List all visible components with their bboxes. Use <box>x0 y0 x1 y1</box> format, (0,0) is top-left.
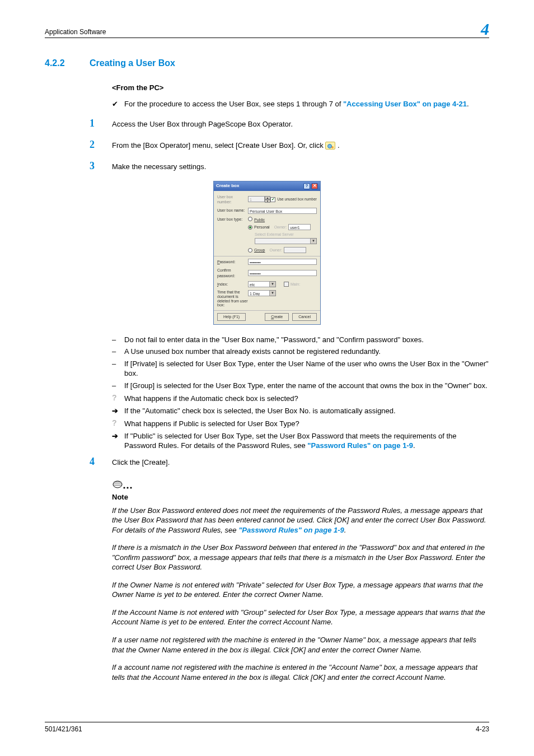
step-number: 4 <box>90 456 112 466</box>
step-2: 2 From the [Box Operator] menu, select [… <box>112 141 489 151</box>
create-box-dialog: Create box ? ✕ User box number: 1 ▲▼ ✔ U… <box>213 181 321 325</box>
step-text: From the [Box Operator] menu, select [Cr… <box>112 141 489 151</box>
delete-time-select[interactable]: 1 Day <box>248 290 270 296</box>
step-number: 2 <box>90 139 112 150</box>
create-box-icon <box>325 142 335 150</box>
dialog-titlebar: Create box ? ✕ <box>214 181 320 191</box>
label-userbox-number: User box number: <box>217 194 248 205</box>
label-password: Password: <box>217 259 248 264</box>
page-footer: 501/421/361 4-23 <box>45 722 489 734</box>
cancel-button[interactable]: Cancel <box>292 313 317 320</box>
radio-personal[interactable] <box>248 225 252 230</box>
arrow-icon: ➔ <box>112 406 124 416</box>
label-main: Main: <box>291 282 300 287</box>
note-answer: If the "Automatic" check box is selected… <box>124 406 489 416</box>
close-icon[interactable]: ✕ <box>311 183 318 189</box>
note-paragraph: If a user name not registered with the m… <box>112 635 489 655</box>
section-number: 4.2.2 <box>45 57 90 69</box>
label-index: Index: <box>217 282 248 287</box>
note-paragraph: If the User Box Password entered does no… <box>112 506 489 535</box>
step-text: Click the [Create]. <box>112 458 489 468</box>
chevron-down-icon[interactable]: ▼ <box>311 238 317 244</box>
svg-point-5 <box>127 487 128 488</box>
question-icon: ? <box>112 394 124 402</box>
confirm-password-input[interactable]: •••••••• <box>248 270 317 276</box>
radio-public[interactable] <box>248 217 252 221</box>
help-button[interactable]: Help (F1) <box>217 313 246 320</box>
step-text: Access the User Box through PageScope Bo… <box>112 119 489 129</box>
step-number: 1 <box>90 118 112 128</box>
note-question: What happens if Public is selected for U… <box>124 419 489 429</box>
dash-icon: – <box>112 381 124 391</box>
footer-right: 4-23 <box>476 725 489 734</box>
svg-point-4 <box>123 487 125 488</box>
label-userbox-name: User box name: <box>217 208 248 213</box>
running-header: Application Software 4 <box>45 21 489 38</box>
link-password-rules[interactable]: "Password Rules" on page 1-9 <box>307 441 413 450</box>
chevron-down-icon[interactable]: ▼ <box>270 281 276 287</box>
password-input[interactable]: •••••••• <box>248 259 317 265</box>
step-4: 4 Click the [Create]. <box>112 458 489 468</box>
help-icon[interactable]: ? <box>303 183 310 189</box>
section-heading: 4.2.2Creating a User Box <box>45 57 489 69</box>
main-checkbox[interactable] <box>284 282 289 287</box>
label-delete-time: Time that the document is deleted from u… <box>217 290 248 307</box>
chevron-down-icon[interactable]: ▼ <box>270 290 276 296</box>
check-icon: ✔ <box>112 99 124 109</box>
intro-paragraph: For the procedure to access the User Box… <box>124 99 489 109</box>
dash-icon: – <box>112 359 124 369</box>
note-line: A Use unused box number that already exi… <box>124 347 489 357</box>
note-answer: If "Public" is selected for User Box Typ… <box>124 431 489 451</box>
step-3: 3 Make the necessary settings. <box>112 162 489 172</box>
spinner-buttons[interactable]: ▲▼ <box>265 196 270 203</box>
svg-point-6 <box>130 487 132 488</box>
external-server-select[interactable] <box>255 238 311 244</box>
label-userbox-type: User box type: <box>217 217 248 222</box>
note-paragraph: If there is a mismatch in the User Box P… <box>112 543 489 572</box>
subheading-from-pc: <From the PC> <box>112 83 489 93</box>
link-accessing-user-box[interactable]: "Accessing User Box" on page 4-21 <box>343 100 467 108</box>
group-owner-input[interactable] <box>284 247 306 253</box>
note-paragraph: If the Account Name is not entered with … <box>112 608 489 627</box>
note-line: If [Private] is selected for User Box Ty… <box>124 359 489 379</box>
owner-input[interactable]: user1 <box>288 224 311 230</box>
note-paragraph: If the Owner Name is not entered with "P… <box>112 580 489 600</box>
question-icon: ? <box>112 419 124 427</box>
label-select-external: Select External Server <box>255 232 317 237</box>
step-1: 1 Access the User Box through PageScope … <box>112 119 489 129</box>
note-icon <box>112 479 132 490</box>
note-line: If [Group] is selected for the User Box … <box>124 381 489 391</box>
footer-left: 501/421/361 <box>45 725 82 734</box>
dash-icon: – <box>112 335 124 345</box>
radio-group[interactable] <box>248 248 252 253</box>
section-name: Application Software <box>45 27 106 36</box>
dialog-title: Create box <box>216 183 239 189</box>
use-unused-checkbox[interactable]: ✔ <box>270 197 275 202</box>
note-line: Do not fail to enter data in the "User B… <box>124 335 489 345</box>
section-title: Creating a User Box <box>90 58 175 68</box>
note-title: Note <box>112 492 489 502</box>
label-use-unused: Use unused box number <box>277 197 317 202</box>
create-button[interactable]: Create <box>265 313 289 320</box>
userbox-number-input[interactable]: 1 <box>248 196 265 202</box>
step-number: 3 <box>90 161 112 171</box>
step-text: Make the necessary settings. <box>112 162 489 172</box>
note-paragraph: If a account name not registered with th… <box>112 662 489 682</box>
label-confirm-password: Confirm password: <box>217 268 248 278</box>
link-password-rules[interactable]: "Password Rules" on page 1-9 <box>238 526 344 534</box>
dash-icon: – <box>112 347 124 357</box>
arrow-icon: ➔ <box>112 431 124 441</box>
note-question: What happens if the Automatic check box … <box>124 394 489 404</box>
index-select[interactable]: etc <box>248 281 270 287</box>
userbox-name-input[interactable]: Personal User Box <box>248 208 317 214</box>
chapter-number: 4 <box>481 21 489 36</box>
